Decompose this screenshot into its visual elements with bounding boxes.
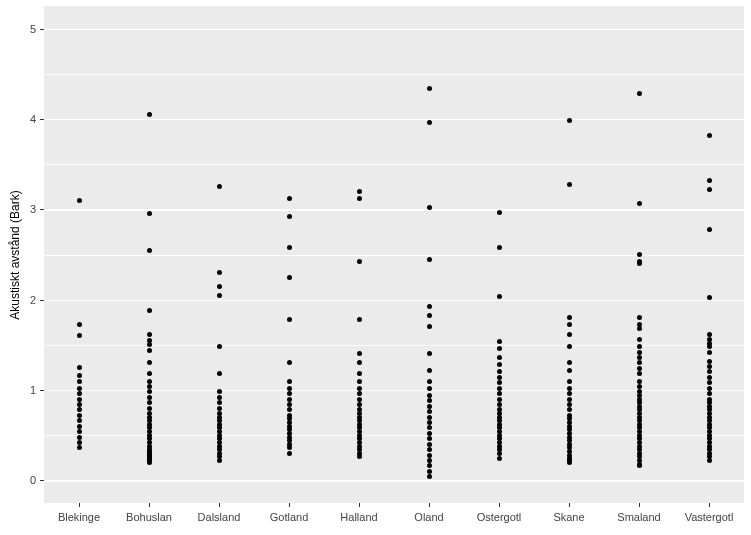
data-point <box>637 366 642 371</box>
data-point <box>427 463 432 468</box>
data-point <box>707 332 712 337</box>
data-point <box>357 371 362 376</box>
data-point <box>147 389 152 394</box>
data-point <box>637 252 642 257</box>
x-tick-mark <box>639 503 640 507</box>
data-point <box>287 275 292 280</box>
data-point <box>497 451 502 456</box>
grid-major-line <box>44 480 744 481</box>
data-point <box>567 344 572 349</box>
chart-figure: Akustiskt avstånd (Bark) 012345BlekingeB… <box>0 0 751 535</box>
data-point <box>637 344 642 349</box>
data-point <box>147 379 152 384</box>
data-point <box>77 402 82 407</box>
data-point <box>637 379 642 384</box>
data-point <box>567 368 572 373</box>
y-tick-mark <box>40 119 44 120</box>
data-point <box>77 391 82 396</box>
data-point <box>567 315 572 320</box>
y-tick-label: 5 <box>24 23 36 35</box>
x-tick-mark <box>79 503 80 507</box>
x-tick-label: Oland <box>414 511 443 523</box>
data-point <box>497 245 502 250</box>
data-point <box>567 360 572 365</box>
data-point <box>497 397 502 402</box>
data-point <box>497 294 502 299</box>
data-point <box>357 391 362 396</box>
data-point <box>427 398 432 403</box>
data-point <box>427 324 432 329</box>
data-point <box>217 270 222 275</box>
data-point <box>427 458 432 463</box>
data-point <box>567 322 572 327</box>
data-point <box>567 397 572 402</box>
data-point <box>427 351 432 356</box>
data-point <box>707 364 712 369</box>
data-point <box>497 456 502 461</box>
data-point <box>427 447 432 452</box>
data-point <box>287 317 292 322</box>
data-point <box>217 344 222 349</box>
data-point <box>567 379 572 384</box>
y-tick-mark <box>40 300 44 301</box>
data-point <box>287 445 292 450</box>
data-point <box>427 436 432 441</box>
data-point <box>637 355 642 360</box>
data-point <box>217 371 222 376</box>
x-tick-mark <box>149 503 150 507</box>
data-point <box>497 339 502 344</box>
data-point <box>147 248 152 253</box>
data-point <box>147 211 152 216</box>
data-point <box>707 227 712 232</box>
data-point <box>77 435 82 440</box>
data-point <box>427 469 432 474</box>
data-point <box>427 431 432 436</box>
data-point <box>217 293 222 298</box>
plot-area <box>44 6 744 503</box>
data-point <box>707 386 712 391</box>
data-point <box>217 395 222 400</box>
data-point <box>147 400 152 405</box>
data-point <box>637 201 642 206</box>
data-point <box>497 380 502 385</box>
data-point <box>357 196 362 201</box>
data-point <box>427 453 432 458</box>
data-point <box>147 348 152 353</box>
data-point <box>287 391 292 396</box>
x-tick-mark <box>709 503 710 507</box>
x-tick-label: Dalsland <box>198 511 241 523</box>
data-point <box>637 337 642 342</box>
y-tick-label: 4 <box>24 113 36 125</box>
x-tick-label: Bohuslan <box>126 511 172 523</box>
x-tick-label: Ostergotl <box>477 511 522 523</box>
data-point <box>567 407 572 412</box>
data-point <box>147 308 152 313</box>
data-point <box>147 360 152 365</box>
data-point <box>147 342 152 347</box>
data-point <box>147 384 152 389</box>
data-point <box>497 362 502 367</box>
data-point <box>497 402 502 407</box>
data-point <box>217 458 222 463</box>
data-point <box>707 178 712 183</box>
data-point <box>637 360 642 365</box>
data-point <box>427 313 432 318</box>
data-point <box>77 407 82 412</box>
y-tick-mark <box>40 209 44 210</box>
data-point <box>217 400 222 405</box>
data-point <box>427 386 432 391</box>
data-point <box>567 391 572 396</box>
data-point <box>427 404 432 409</box>
data-point <box>707 391 712 396</box>
data-point <box>357 189 362 194</box>
y-axis-title: Akustiskt avstånd (Bark) <box>6 0 24 510</box>
data-point <box>707 187 712 192</box>
data-point <box>287 451 292 456</box>
data-point <box>77 429 82 434</box>
data-point <box>217 184 222 189</box>
y-tick-mark <box>40 480 44 481</box>
data-point <box>497 346 502 351</box>
data-point <box>427 425 432 430</box>
data-point <box>567 460 572 465</box>
data-point <box>707 369 712 374</box>
